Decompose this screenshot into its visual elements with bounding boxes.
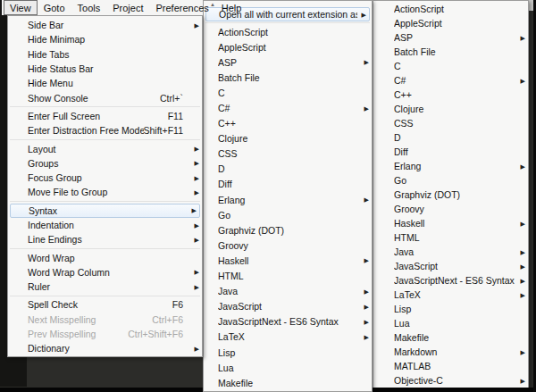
menubar-item-view[interactable]: View [4, 0, 38, 15]
view-menu-item-enter-full-screen[interactable]: Enter Full ScreenF11 [8, 109, 202, 123]
syntax-menu-item-c[interactable]: C#▶ [204, 100, 372, 115]
open-as-menu-item-groovy[interactable]: Groovy [373, 202, 528, 216]
open-as-menu-item-batch-file[interactable]: Batch File [373, 45, 528, 59]
open-as-menu-item-erlang[interactable]: Erlang▶ [373, 159, 528, 173]
view-menu-item-word-wrap-column[interactable]: Word Wrap Column▶ [8, 265, 202, 279]
view-menu-item-hide-menu[interactable]: Hide Menu [8, 76, 202, 90]
open-as-menu-item-applescript[interactable]: AppleScript [373, 16, 528, 30]
syntax-menu-item-c[interactable]: C [204, 85, 372, 100]
menubar-item-tools[interactable]: Tools [71, 1, 107, 14]
syntax-menu-item-css[interactable]: CSS [204, 146, 372, 162]
open-as-menu-item-lisp[interactable]: Lisp [373, 302, 528, 316]
open-as-menu-item-objective-c[interactable]: Objective-C▶ [373, 373, 528, 388]
open-as-menu-item-haskell[interactable]: Haskell▶ [373, 216, 528, 230]
menu-item-label: Enter Distraction Free Mode [28, 125, 144, 136]
view-menu-item-prev-misspelling: Prev MisspellingCtrl+Shift+F6 [8, 327, 202, 341]
submenu-arrow-icon: ▶ [190, 346, 199, 352]
open-as-menu-item-clojure[interactable]: Clojure [373, 102, 528, 116]
submenu-arrow-icon: ▶ [190, 22, 199, 29]
syntax-menu-item-c[interactable]: C++ [204, 116, 372, 131]
view-menu-item-hide-tabs[interactable]: Hide Tabs [8, 47, 202, 62]
open-as-menu-item-markdown[interactable]: Markdown▶ [373, 345, 528, 359]
menubar-item-help[interactable]: Help [215, 1, 248, 14]
submenu-arrow-icon: ▶ [190, 146, 199, 152]
open-as-menu-item-html[interactable]: HTML [373, 230, 528, 245]
menu-item-label: Haskell [218, 255, 360, 266]
syntax-menu-item-clojure[interactable]: Clojure [204, 131, 372, 146]
menu-item-label: LaTeX [394, 289, 516, 300]
syntax-menu-item-asp[interactable]: ASP▶ [204, 54, 372, 70]
view-menu-item-move-file-to-group[interactable]: Move File to Group▶ [8, 185, 202, 199]
syntax-menu-item-makefile[interactable]: Makefile [204, 375, 372, 390]
menu-item-label: Spell Check [28, 299, 172, 310]
open-as-menu-item-matlab[interactable]: MATLAB [373, 359, 528, 373]
submenu-arrow-icon: ▶ [360, 304, 369, 310]
submenu-arrow-icon: ▶ [516, 278, 525, 284]
syntax-menu-item-javascript[interactable]: JavaScript▶ [204, 299, 372, 314]
open-as-menu-item-asp[interactable]: ASP▶ [373, 30, 528, 45]
view-menu-item-syntax[interactable]: Syntax▶ [10, 204, 200, 218]
view-menu-separator [10, 106, 200, 107]
syntax-menu-item-graphviz-dot[interactable]: Graphviz (DOT) [204, 222, 372, 238]
open-as-menu-item-lua[interactable]: Lua [373, 316, 528, 330]
syntax-menu-item-java[interactable]: Java▶ [204, 284, 372, 299]
menu-item-label: Focus Group [28, 172, 190, 183]
open-as-menu-item-graphviz-dot[interactable]: Graphviz (DOT) [373, 188, 528, 202]
open-as-menu-item-javascriptnext-es6-syntax[interactable]: JavaScriptNext - ES6 Syntax▶ [373, 273, 528, 288]
syntax-menu-item-haskell[interactable]: Haskell▶ [204, 253, 372, 268]
submenu-arrow-icon: ▶ [516, 378, 525, 384]
view-menu-item-enter-distraction-free-mode[interactable]: Enter Distraction Free ModeShift+F11 [8, 123, 202, 138]
syntax-menu-item-latex[interactable]: LaTeX▶ [204, 329, 372, 345]
menu-item-label: Groovy [218, 240, 360, 251]
menu-item-label: Java [218, 286, 360, 296]
view-menu-item-spell-check[interactable]: Spell CheckF6 [8, 297, 202, 312]
menu-item-label: Ruler [28, 281, 190, 292]
syntax-menu-item-lisp[interactable]: Lisp [204, 345, 372, 360]
syntax-menu-item-go[interactable]: Go [204, 207, 372, 222]
submenu-arrow-icon: ▶ [360, 288, 369, 295]
submenu-arrow-icon: ▶ [360, 319, 369, 325]
view-menu-item-focus-group[interactable]: Focus Group▶ [8, 171, 202, 185]
view-menu-item-word-wrap[interactable]: Word Wrap [8, 250, 202, 264]
syntax-menu-item-batch-file[interactable]: Batch File [204, 70, 372, 85]
syntax-menu-item-d[interactable]: D [204, 162, 372, 177]
open-as-menu-item-c[interactable]: C [373, 59, 528, 73]
menubar-item-goto[interactable]: Goto [38, 1, 71, 14]
syntax-menu-item-groovy[interactable]: Groovy [204, 238, 372, 253]
view-menu-item-hide-status-bar[interactable]: Hide Status Bar [8, 62, 202, 76]
view-menu-item-dictionary[interactable]: Dictionary▶ [8, 341, 202, 355]
view-menu-item-hide-minimap[interactable]: Hide Minimap [8, 32, 202, 46]
menu-item-label: Batch File [394, 46, 516, 57]
view-menu-separator [10, 248, 200, 249]
syntax-menu-item-html[interactable]: HTML [204, 269, 372, 284]
view-menu-item-show-console[interactable]: Show ConsoleCtrl+` [8, 90, 202, 104]
syntax-menu-item-diff[interactable]: Diff [204, 177, 372, 192]
open-as-menu-item-javascript[interactable]: JavaScript▶ [373, 259, 528, 273]
open-as-menu-item-java[interactable]: Java▶ [373, 245, 528, 259]
syntax-menu-item-actionscript[interactable]: ActionScript [204, 24, 372, 39]
view-menu-item-line-endings[interactable]: Line Endings▶ [8, 232, 202, 246]
menubar-item-project[interactable]: Project [106, 1, 149, 14]
view-menu-item-groups[interactable]: Groups▶ [8, 156, 202, 171]
syntax-menu-item-lua[interactable]: Lua [204, 360, 372, 375]
syntax-menu-item-erlang[interactable]: Erlang▶ [204, 192, 372, 207]
open-as-menu-item-actionscript[interactable]: ActionScript [373, 2, 528, 16]
open-as-menu-item-c[interactable]: C#▶ [373, 73, 528, 88]
open-as-menu-item-c[interactable]: C++ [373, 88, 528, 102]
menu-item-label: MATLAB [394, 361, 516, 371]
view-menu-item-side-bar[interactable]: Side Bar▶ [8, 18, 202, 32]
open-as-menu-item-css[interactable]: CSS [373, 116, 528, 130]
open-as-menu-item-d[interactable]: D [373, 130, 528, 145]
syntax-menu-item-applescript[interactable]: AppleScript [204, 39, 372, 54]
menubar-item-preferences[interactable]: Preferences [149, 1, 214, 14]
open-as-menu-item-latex[interactable]: LaTeX▶ [373, 288, 528, 302]
view-menu-item-ruler[interactable]: Ruler▶ [8, 279, 202, 294]
menu-item-label: Move File to Group [28, 187, 190, 197]
open-as-menu-item-go[interactable]: Go [373, 173, 528, 188]
open-as-menu-item-diff[interactable]: Diff [373, 145, 528, 159]
view-menu-item-indentation[interactable]: Indentation▶ [8, 218, 202, 232]
view-menu-item-layout[interactable]: Layout▶ [8, 141, 202, 155]
syntax-menu-item-javascriptnext-es6-syntax[interactable]: JavaScriptNext - ES6 Syntax▶ [204, 314, 372, 329]
open-as-menu-item-makefile[interactable]: Makefile [373, 330, 528, 345]
menu-item-label: Word Wrap Column [28, 267, 190, 278]
